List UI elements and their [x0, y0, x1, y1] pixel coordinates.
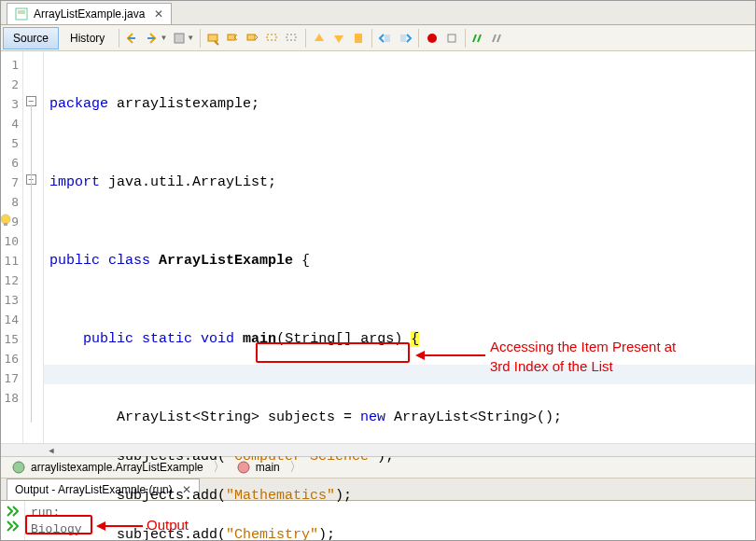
keyword: public: [83, 331, 133, 347]
line-number: 4: [1, 114, 19, 133]
line-number: 13: [1, 290, 19, 310]
prev-bookmark-icon[interactable]: [310, 29, 329, 48]
line-number: 5: [1, 133, 19, 153]
find-prev-icon[interactable]: [224, 29, 243, 48]
nav-fwd-icon[interactable]: [143, 29, 161, 48]
shift-right-icon[interactable]: [396, 29, 414, 48]
output-gutter: [1, 501, 25, 541]
keyword: static: [142, 331, 192, 347]
keyword: class: [108, 253, 150, 269]
code-text: ArrayList<String>();: [385, 409, 562, 425]
line-number: 11: [1, 251, 19, 270]
line-gutter: 1 2 3 4 5 6 7 8 9 10 11 12 13 14 15 16 1…: [1, 51, 23, 443]
highlight-icon[interactable]: [263, 29, 282, 48]
lightbulb-icon[interactable]: [0, 214, 12, 227]
separator: [371, 29, 372, 48]
stop-macro-icon[interactable]: [442, 29, 461, 48]
svg-rect-2: [175, 34, 184, 43]
file-tab[interactable]: ArrayListExample.java ✕: [7, 3, 172, 24]
next-bookmark-icon[interactable]: [329, 29, 348, 48]
keyword: package: [49, 96, 108, 112]
line-number: 16: [1, 349, 19, 368]
separator: [418, 29, 419, 48]
svg-marker-16: [415, 351, 425, 360]
code-editor[interactable]: 1 2 3 4 5 6 7 8 9 10 11 12 13 14 15 16 1…: [1, 51, 755, 443]
line-number: 2: [1, 75, 19, 94]
code-area[interactable]: package arraylistexample; import java.ut…: [44, 51, 755, 443]
java-file-icon: [15, 7, 28, 21]
rerun-icon[interactable]: [6, 520, 21, 533]
refresh-icon[interactable]: [170, 29, 189, 48]
mark-icon[interactable]: [283, 29, 301, 48]
keyword: new: [360, 409, 385, 425]
svg-rect-6: [267, 35, 276, 40]
code-text: java.util.ArrayList;: [100, 174, 276, 190]
line-number: 7: [1, 173, 19, 192]
svg-rect-1: [18, 10, 25, 14]
nav-back-icon[interactable]: [123, 29, 142, 48]
dropdown-icon[interactable]: ▼: [187, 34, 194, 42]
line-number: 8: [1, 192, 19, 212]
svg-marker-20: [96, 521, 105, 531]
brace-highlight: {: [411, 331, 419, 347]
fold-line: [31, 104, 32, 423]
svg-rect-8: [355, 34, 362, 43]
close-icon[interactable]: ✕: [154, 7, 163, 21]
arrow-icon: [415, 349, 485, 362]
svg-rect-9: [385, 35, 390, 42]
find-icon[interactable]: [204, 29, 223, 48]
separator: [465, 29, 466, 48]
comment-icon[interactable]: [469, 29, 488, 48]
editor-toolbar: Source History ▼ ▼: [1, 25, 755, 51]
toggle-bookmark-icon[interactable]: [349, 29, 368, 48]
separator: [200, 29, 201, 48]
keyword: import: [49, 174, 100, 190]
class-name: ArrayListExample: [159, 253, 293, 269]
file-tab-label: ArrayListExample.java: [34, 7, 145, 21]
find-next-icon[interactable]: [244, 29, 262, 48]
svg-rect-5: [247, 35, 255, 40]
svg-rect-14: [4, 223, 7, 226]
shift-left-icon[interactable]: [376, 29, 395, 48]
code-text: arraylistexample;: [108, 96, 259, 112]
line-number: 15: [1, 329, 19, 349]
line-number: 6: [1, 153, 19, 173]
line-number: 14: [1, 310, 19, 329]
line-number: 3: [1, 94, 19, 114]
line-number: 1: [1, 55, 19, 75]
horizontal-scrollbar[interactable]: ◄: [1, 443, 755, 456]
code-text: (String[] args): [276, 331, 411, 347]
svg-point-13: [1, 215, 10, 224]
line-number: 17: [1, 368, 19, 388]
keyword: void: [201, 331, 234, 347]
fold-gutter: − −: [23, 51, 44, 443]
svg-point-17: [13, 462, 24, 473]
method-name: main: [243, 331, 276, 347]
svg-rect-3: [208, 35, 217, 41]
uncomment-icon[interactable]: [489, 29, 508, 48]
run-icon[interactable]: [6, 505, 21, 518]
class-icon: [12, 461, 25, 474]
output-panel: run: Biology BUILD SUCCESSFUL (total tim…: [1, 501, 755, 541]
scroll-left-icon[interactable]: ◄: [44, 444, 59, 457]
line-number: 10: [1, 231, 19, 251]
svg-rect-10: [400, 35, 406, 42]
svg-rect-12: [448, 35, 455, 42]
annotation-label: Accessing the Item Present at 3rd Index …: [490, 337, 676, 376]
svg-rect-7: [287, 35, 296, 40]
history-button[interactable]: History: [60, 27, 115, 49]
separator: [305, 29, 306, 48]
code-text: ArrayList<String> subjects =: [117, 409, 360, 425]
source-button[interactable]: Source: [3, 27, 59, 49]
record-macro-icon[interactable]: [423, 29, 441, 48]
dropdown-icon[interactable]: ▼: [160, 34, 167, 42]
line-number: 18: [1, 388, 19, 408]
code-text: {: [293, 253, 310, 269]
output-content[interactable]: run: Biology BUILD SUCCESSFUL (total tim…: [25, 501, 755, 541]
svg-point-11: [427, 34, 437, 43]
separator: [119, 29, 119, 48]
annotation-label: Output: [147, 517, 189, 534]
line-number: 9: [1, 212, 19, 231]
line-number: 12: [1, 270, 19, 290]
keyword: public: [49, 253, 100, 269]
